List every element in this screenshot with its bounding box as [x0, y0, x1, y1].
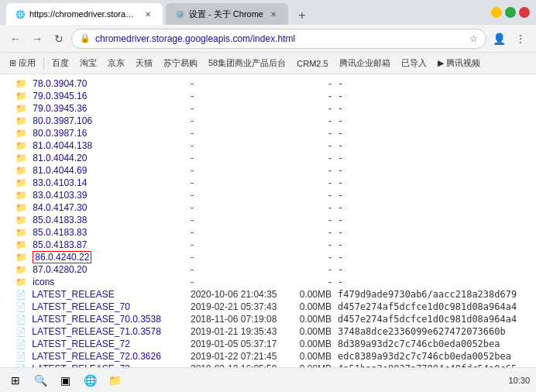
bookmark-suning[interactable]: 苏宁易购	[159, 56, 202, 70]
back-button[interactable]: ←	[6, 29, 25, 48]
bookmark-tencent-mail[interactable]: 腾讯企业邮箱	[335, 56, 395, 70]
bookmark-extra1[interactable]: ▶ 腾讯视频	[433, 56, 485, 70]
bookmark-baidu[interactable]: 百度	[47, 56, 74, 70]
address-bar[interactable]: 🔒 chromedriver.storage.googleapis.com/in…	[71, 29, 486, 49]
bookmark-star-icon[interactable]: ☆	[469, 33, 478, 44]
file-date: 2019-02-21 05:37:43	[187, 301, 288, 313]
file-link[interactable]: icons	[33, 277, 54, 287]
file-link[interactable]: 81.0.4044.138	[33, 140, 92, 151]
table-row: 📁 icons ---	[0, 276, 536, 288]
folder-icon: 📁	[15, 153, 27, 163]
bookmark-jd[interactable]: 京东	[103, 56, 129, 70]
file-etag: -	[335, 127, 536, 139]
bookmark-taobao[interactable]: 淘宝	[75, 56, 101, 70]
folder-icon: 📁	[15, 252, 27, 263]
bookmark-crm[interactable]: CRM2.5	[292, 57, 332, 70]
tab-active[interactable]: 🌐 https://chromedriver.storage... ✕	[6, 3, 163, 25]
file-link[interactable]: 79.0.3945.36	[33, 103, 87, 114]
bookmark-separator	[43, 57, 44, 70]
table-row: 📁 86.0.4240.22 ---	[0, 251, 536, 263]
file-date: -	[187, 177, 288, 189]
file-etag: d457e274af5dcfce1d0c981d08a964a4	[335, 301, 536, 313]
tab-active-label: https://chromedriver.storage...	[29, 9, 138, 19]
tab-bar: 🌐 https://chromedriver.storage... ✕ ⚙️ 设…	[6, 0, 311, 25]
file-size: -	[288, 152, 335, 164]
titlebar: 🌐 https://chromedriver.storage... ✕ ⚙️ 设…	[0, 0, 536, 25]
content-area[interactable]: 📁 78.0.3904.70 --- 📁 79.0.3945.16 --- 📁 …	[0, 74, 536, 367]
refresh-button[interactable]: ↻	[50, 29, 68, 48]
file-date: -	[187, 251, 288, 263]
file-icon: 📄	[15, 302, 26, 311]
file-link[interactable]: LATEST_RELEASE_70	[32, 301, 130, 312]
file-date: -	[187, 164, 288, 177]
table-row: 📄 LATEST_RELEASE_72.0.3626 2019-01-22 07…	[0, 350, 536, 363]
file-link[interactable]: 84.0.4147.30	[33, 202, 87, 213]
chrome-taskbar[interactable]: 🌐	[81, 371, 99, 390]
file-link[interactable]: 87.0.4280.20	[33, 264, 87, 275]
explorer-taskbar[interactable]: 📁	[105, 371, 124, 390]
file-link[interactable]: 86.0.4240.22	[33, 251, 91, 263]
start-button[interactable]: ⊞	[6, 371, 25, 390]
file-link[interactable]: 78.0.3904.70	[33, 78, 87, 89]
file-size: -	[288, 214, 335, 226]
table-row: 📁 79.0.3945.16 ---	[0, 90, 536, 102]
file-link[interactable]: 80.0.3987.106	[33, 115, 92, 126]
file-link[interactable]: 83.0.4103.39	[33, 190, 87, 201]
new-tab-button[interactable]: +	[293, 6, 311, 25]
search-taskbar[interactable]: 🔍	[31, 371, 50, 390]
file-link[interactable]: LATEST_RELEASE_70.0.3538	[32, 314, 161, 325]
file-etag: -	[335, 177, 536, 189]
bookmark-imported[interactable]: 已导入	[397, 56, 431, 70]
user-icon[interactable]: 👤	[490, 29, 508, 48]
file-date: 2018-11-06 07:19:08	[187, 313, 288, 325]
file-etag: -	[335, 201, 536, 214]
file-etag: -	[335, 164, 536, 177]
apps-icon: ⊞	[9, 58, 16, 68]
folder-icon: 📁	[15, 239, 27, 250]
bookmark-tmall[interactable]: 天猫	[131, 56, 157, 70]
tab-inactive-label: 设置 - 关于 Chrome	[189, 9, 263, 20]
file-link[interactable]: 85.0.4183.83	[33, 227, 87, 238]
tab2-close-button[interactable]: ✕	[268, 9, 279, 19]
maximize-button[interactable]	[505, 7, 516, 18]
file-etag: -	[335, 90, 536, 102]
address-text: chromedriver.storage.googleapis.com/inde…	[95, 33, 465, 44]
folder-icon: 📁	[15, 115, 27, 126]
minimize-button[interactable]	[491, 7, 502, 18]
folder-icon: 📁	[15, 227, 27, 238]
tab-close-button[interactable]: ✕	[143, 9, 153, 19]
file-size: 0.00MB	[288, 288, 335, 301]
tab-inactive[interactable]: ⚙️ 设置 - 关于 Chrome ✕	[166, 3, 288, 25]
file-link[interactable]: LATEST_RELEASE	[32, 289, 115, 300]
close-window-button[interactable]	[519, 7, 530, 18]
file-link[interactable]: 79.0.3945.16	[33, 91, 87, 101]
file-link[interactable]: 85.0.4183.38	[33, 215, 87, 225]
file-link[interactable]: 80.0.3987.16	[33, 128, 87, 139]
file-link[interactable]: LATEST_RELEASE_71.0.3578	[32, 326, 161, 337]
file-link[interactable]: LATEST_RELEASE_73	[32, 363, 130, 367]
file-date: -	[187, 226, 288, 239]
file-etag: -	[335, 152, 536, 164]
taobao-label: 淘宝	[80, 57, 97, 69]
file-link[interactable]: 85.0.4183.87	[33, 239, 87, 250]
forward-button[interactable]: →	[28, 29, 46, 48]
file-date: -	[187, 189, 288, 201]
bookmark-58[interactable]: 58集团商业产品后台	[204, 56, 290, 70]
file-link[interactable]: 81.0.4044.20	[33, 153, 87, 163]
58-label: 58集团商业产品后台	[208, 57, 286, 69]
file-size: 0.00MB	[288, 313, 335, 325]
file-link[interactable]: LATEST_RELEASE_72	[32, 339, 130, 349]
file-date: -	[187, 201, 288, 214]
file-size: -	[288, 115, 335, 127]
file-size: 0.00MB	[288, 301, 335, 313]
navbar: ← → ↻ 🔒 chromedriver.storage.googleapis.…	[0, 25, 536, 53]
taskview-button[interactable]: ▣	[56, 371, 74, 390]
file-link[interactable]: 81.0.4044.69	[33, 165, 87, 176]
file-link[interactable]: 83.0.4103.14	[33, 177, 87, 188]
file-etag: -	[335, 102, 536, 115]
menu-icon[interactable]: ⋮	[511, 29, 530, 48]
video-icon: ▶	[438, 58, 444, 68]
bookmark-apps[interactable]: ⊞ 应用	[5, 56, 40, 70]
file-link[interactable]: LATEST_RELEASE_72.0.3626	[32, 351, 161, 362]
lock-icon: 🔒	[80, 33, 91, 43]
